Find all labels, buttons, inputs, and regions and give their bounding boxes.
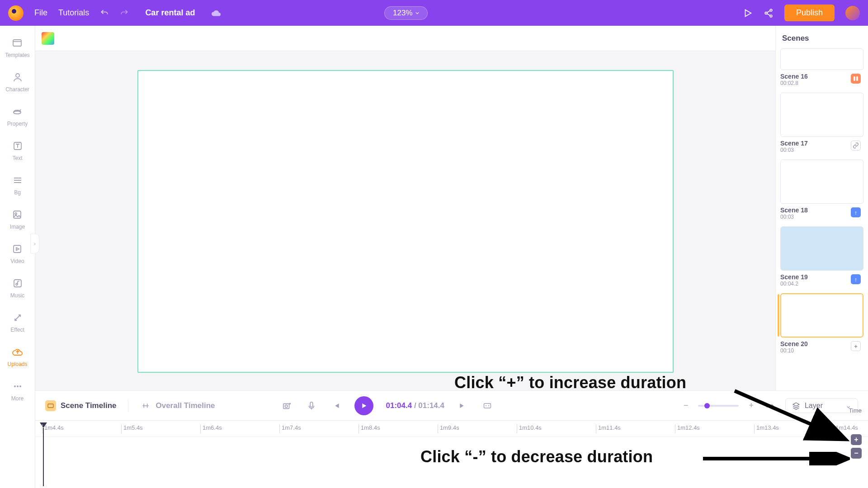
- decrease-duration-button[interactable]: −: [851, 448, 862, 459]
- scene-card[interactable]: Scene 1900:04.2 ↑: [780, 226, 863, 287]
- scene-thumb[interactable]: [780, 226, 863, 271]
- menu-tutorials[interactable]: Tutorials: [58, 8, 89, 18]
- zoom-out-icon[interactable]: −: [684, 401, 689, 410]
- sidebar-label: Bg: [14, 189, 21, 196]
- timeline-body[interactable]: + −: [35, 437, 868, 488]
- sidebar-item-text[interactable]: Text: [11, 140, 24, 161]
- add-scene-button[interactable]: +: [851, 341, 861, 351]
- scene-transition-icon[interactable]: ↑: [851, 274, 861, 284]
- increase-duration-button[interactable]: +: [851, 434, 862, 445]
- sidebar-label: Character: [5, 86, 29, 93]
- ruler-tick: 1m6.4s: [200, 424, 222, 433]
- scene-title: Scene 20: [780, 340, 808, 347]
- scene-duration: 00:02.8: [780, 80, 808, 86]
- svg-point-15: [19, 385, 21, 387]
- scene-duration: 00:04.2: [780, 281, 808, 287]
- ruler-tick: 1m13.4s: [754, 424, 779, 433]
- scene-card[interactable]: Scene 1700:03: [780, 93, 863, 153]
- sidebar-item-character[interactable]: Character: [5, 71, 29, 93]
- sidebar-label: Property: [7, 121, 28, 127]
- fit-width-icon[interactable]: [764, 400, 775, 412]
- svg-point-5: [16, 74, 19, 77]
- tab-overall-timeline[interactable]: Overall Timeline: [140, 400, 215, 411]
- sidebar-item-property[interactable]: Property: [7, 105, 28, 127]
- scene-card[interactable]: Scene 2000:10 +: [780, 293, 863, 354]
- svg-marker-0: [745, 9, 751, 16]
- bg-color-picker[interactable]: [42, 32, 54, 45]
- svg-point-20: [285, 405, 288, 408]
- tab-label: Scene Timeline: [61, 401, 116, 410]
- character-icon: [11, 71, 24, 84]
- sidebar-label: Video: [10, 258, 24, 264]
- sidebar-item-templates[interactable]: Templates: [5, 37, 30, 58]
- play-button[interactable]: [354, 396, 373, 415]
- bg-icon: [11, 174, 24, 187]
- project-title[interactable]: Car rental ad: [145, 8, 195, 18]
- sidebar-label: More: [11, 395, 24, 402]
- video-icon: [11, 243, 24, 255]
- effect-icon: [11, 311, 24, 324]
- sidebar-label: Effect: [10, 327, 24, 333]
- scene-link-icon[interactable]: [851, 141, 861, 150]
- canvas-area: [35, 51, 775, 390]
- publish-button[interactable]: Publish: [784, 5, 835, 21]
- svg-point-9: [15, 213, 17, 215]
- share-icon[interactable]: [764, 8, 774, 18]
- preview-play-icon[interactable]: [743, 8, 753, 18]
- sidebar-label: Uploads: [7, 361, 27, 367]
- sidebar-item-video[interactable]: Video: [10, 243, 24, 264]
- timeline-ruler[interactable]: 1m4.4s 1m5.4s 1m6.4s 1m7.4s 1m8.4s 1m9.4…: [35, 421, 868, 437]
- cloud-saved-icon: [211, 8, 221, 18]
- timeline-zoom-slider[interactable]: [698, 405, 739, 407]
- sidebar-item-effect[interactable]: Effect: [10, 311, 24, 333]
- layers-icon: [792, 402, 800, 410]
- timeline-panel: Scene Timeline Overall Timeline 01:04.4 …: [35, 390, 868, 488]
- scene-thumb[interactable]: [780, 48, 863, 70]
- scene-card[interactable]: Scene 1800:03 ↑: [780, 160, 863, 220]
- canvas-stage[interactable]: [137, 70, 674, 373]
- scene-title: Scene 18: [780, 206, 808, 214]
- scene-title: Scene 17: [780, 140, 808, 147]
- skip-end-icon[interactable]: [457, 400, 469, 412]
- skip-back-icon[interactable]: [330, 400, 342, 412]
- scene-transition-icon[interactable]: ↑: [851, 207, 861, 217]
- sidebar-expand-toggle[interactable]: ›: [30, 234, 39, 253]
- scenes-list[interactable]: Scene 1600:02.8 Scene 1700:03 Scene 1800…: [776, 48, 868, 390]
- zoom-dropdown[interactable]: 123%: [384, 6, 427, 20]
- overall-timeline-icon: [140, 400, 151, 411]
- app-logo[interactable]: [8, 5, 24, 21]
- text-icon: [11, 140, 24, 152]
- ruler-tick: 1m5.4s: [121, 424, 143, 433]
- sidebar-item-bg[interactable]: Bg: [11, 174, 24, 196]
- mic-icon[interactable]: [306, 400, 317, 412]
- sidebar-label: Text: [12, 155, 22, 161]
- scene-thumb[interactable]: [780, 93, 863, 137]
- camera-add-icon[interactable]: [281, 400, 293, 412]
- scene-transition-icon[interactable]: [851, 74, 861, 84]
- left-sidebar: Templates Character Property Text Bg Ima…: [0, 26, 35, 488]
- user-avatar[interactable]: [845, 6, 860, 20]
- zoom-in-icon[interactable]: +: [749, 401, 754, 410]
- undo-icon[interactable]: [100, 9, 109, 18]
- scene-duration: 00:03: [780, 214, 808, 220]
- canvas-toolbar: [35, 26, 775, 51]
- sidebar-item-more[interactable]: More: [11, 380, 24, 402]
- scene-card[interactable]: Scene 1600:02.8: [780, 48, 863, 86]
- uploads-icon: [11, 346, 24, 358]
- captions-icon[interactable]: [481, 400, 493, 412]
- templates-icon: [11, 37, 24, 49]
- sidebar-item-uploads[interactable]: Uploads: [7, 346, 27, 367]
- property-icon: [11, 105, 24, 118]
- scene-thumb[interactable]: [780, 160, 863, 204]
- sidebar-item-image[interactable]: Image: [10, 208, 25, 230]
- layer-dropdown[interactable]: Layer ⌄: [785, 398, 858, 413]
- sidebar-item-music[interactable]: Music: [10, 277, 24, 299]
- menu-file[interactable]: File: [34, 8, 47, 18]
- scenes-panel-title: Scenes: [776, 26, 868, 48]
- scene-thumb-selected[interactable]: [780, 293, 863, 338]
- ruler-tick: 1m7.4s: [279, 424, 301, 433]
- tab-scene-timeline[interactable]: Scene Timeline: [45, 400, 116, 411]
- svg-rect-21: [310, 402, 313, 407]
- svg-point-6: [14, 111, 21, 114]
- redo-icon[interactable]: [120, 9, 129, 18]
